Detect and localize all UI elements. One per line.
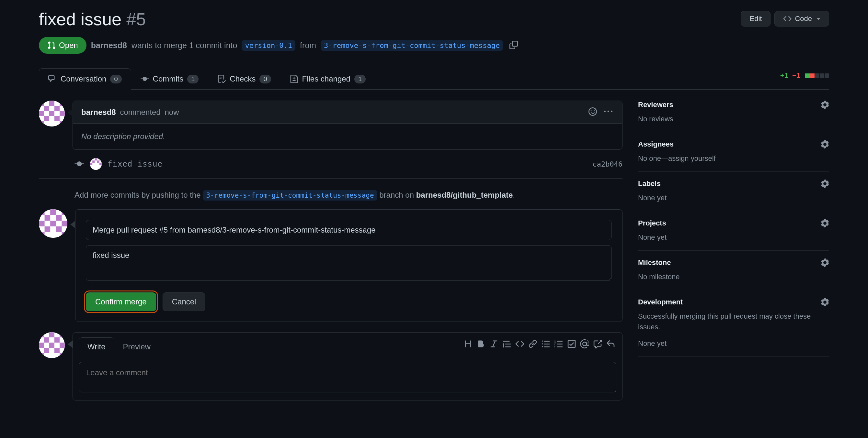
commit-message-link[interactable]: fixed issue	[107, 160, 163, 169]
tab-checks[interactable]: Checks 0	[208, 68, 280, 90]
tab-commits[interactable]: Commits 1	[131, 68, 208, 90]
svg-rect-30	[45, 227, 51, 232]
comment-discussion-icon	[48, 75, 57, 83]
svg-rect-40	[39, 343, 44, 348]
svg-rect-22	[39, 209, 45, 215]
tab-files-count: 1	[354, 75, 366, 83]
git-pull-request-icon	[47, 41, 56, 49]
avatar[interactable]	[39, 209, 67, 238]
merge-box: Confirm merge Cancel	[75, 209, 622, 322]
merge-body-textarea[interactable]	[86, 245, 612, 281]
gear-icon[interactable]	[821, 219, 829, 227]
comment-when-prefix: commented	[120, 108, 160, 116]
comment-author-link[interactable]: barnesd8	[81, 108, 116, 116]
svg-rect-38	[44, 337, 49, 343]
svg-rect-3	[49, 101, 54, 106]
git-commit-icon	[74, 159, 84, 169]
sidebar-projects-title: Projects	[638, 219, 666, 227]
bold-button[interactable]	[475, 338, 487, 351]
quote-button[interactable]	[501, 338, 513, 351]
tab-files[interactable]: Files changed 1	[280, 68, 375, 90]
new-comment-editor: Write Preview	[72, 332, 622, 401]
copy-icon	[509, 41, 518, 49]
push-hint-suffix: .	[513, 191, 515, 199]
pr-author-link[interactable]: barnesd8	[91, 41, 127, 50]
svg-rect-24	[50, 209, 56, 215]
tab-commits-count: 1	[187, 75, 198, 83]
gear-icon[interactable]	[821, 140, 829, 148]
cancel-button[interactable]: Cancel	[163, 293, 206, 311]
code-icon	[515, 339, 524, 348]
unordered-list-button[interactable]	[540, 338, 552, 351]
svg-rect-9	[44, 116, 49, 121]
svg-rect-12	[60, 121, 65, 127]
sidebar-reviewers-body: No reviews	[638, 113, 829, 124]
heading-button[interactable]	[462, 338, 474, 351]
gear-icon[interactable]	[821, 101, 829, 109]
sidebar-projects-body: None yet	[638, 232, 829, 243]
reply-button[interactable]	[605, 338, 616, 351]
avatar[interactable]	[39, 101, 65, 127]
svg-rect-27	[39, 221, 45, 227]
quote-icon	[502, 339, 512, 348]
heading-icon	[463, 339, 472, 348]
diffstat-block-add	[805, 73, 810, 78]
sidebar-labels-title: Labels	[638, 179, 661, 188]
copy-branch-button[interactable]	[507, 39, 520, 52]
svg-rect-6	[39, 111, 44, 116]
gear-icon[interactable]	[821, 298, 829, 306]
svg-rect-28	[62, 221, 67, 227]
svg-rect-1	[39, 101, 44, 106]
sidebar-labels-body: None yet	[638, 193, 829, 203]
tasklist-button[interactable]	[566, 338, 578, 351]
diffstat-block-neutral	[815, 73, 819, 78]
svg-rect-5	[54, 106, 60, 111]
cross-reference-button[interactable]	[592, 338, 603, 351]
base-branch-chip[interactable]: version-0.1	[242, 40, 296, 51]
diffstat-block-neutral	[825, 73, 829, 78]
avatar[interactable]	[39, 332, 65, 358]
code-button-toolbar[interactable]	[514, 338, 526, 351]
push-hint-repo: barnesd8/github_template	[416, 191, 513, 199]
sidebar-reviewers-title: Reviewers	[638, 101, 673, 109]
commit-sha-link[interactable]: ca2b046	[592, 160, 622, 168]
timeline-commit-item: fixed issue ca2b046	[74, 158, 622, 170]
pr-title: fixed issue #5	[39, 9, 146, 29]
file-diff-icon	[290, 75, 298, 83]
svg-rect-4	[44, 106, 49, 111]
chevron-down-icon	[816, 18, 820, 20]
meta-from-text: from	[300, 41, 316, 50]
diffstat-block-del	[810, 73, 814, 78]
code-button[interactable]: Code	[774, 11, 829, 27]
tab-checks-label: Checks	[229, 74, 255, 83]
avatar[interactable]	[90, 158, 102, 170]
pr-number: #5	[126, 9, 146, 29]
add-reaction-button[interactable]	[587, 106, 598, 118]
comment-timestamp[interactable]: now	[164, 108, 179, 116]
link-button[interactable]	[527, 338, 538, 351]
sidebar-development-title: Development	[638, 298, 683, 306]
comment-textarea[interactable]	[79, 362, 616, 393]
confirm-merge-button[interactable]: Confirm merge	[86, 293, 156, 311]
italic-button[interactable]	[488, 338, 500, 351]
gear-icon[interactable]	[821, 179, 829, 188]
diffstat-additions: +1	[780, 71, 788, 80]
svg-rect-41	[60, 343, 65, 348]
svg-rect-36	[60, 332, 65, 337]
preview-tab[interactable]: Preview	[114, 337, 159, 356]
merge-title-input[interactable]	[86, 220, 612, 240]
mention-icon	[580, 339, 589, 348]
write-tab[interactable]: Write	[79, 337, 114, 356]
assign-yourself-link[interactable]: assign yourself	[668, 154, 716, 162]
head-branch-chip[interactable]: 3-remove-s-from-git-commit-status-messag…	[321, 40, 503, 51]
ordered-list-button[interactable]	[553, 338, 564, 351]
svg-rect-2	[60, 101, 65, 106]
push-hint: Add more commits by pushing to the 3-rem…	[74, 191, 622, 200]
gear-icon[interactable]	[821, 259, 829, 267]
mention-button[interactable]	[579, 338, 590, 351]
edit-button[interactable]: Edit	[741, 11, 771, 27]
kebab-menu-button[interactable]	[603, 106, 614, 118]
tasklist-icon	[567, 339, 576, 348]
tab-conversation[interactable]: Conversation 0	[39, 68, 131, 90]
svg-rect-32	[39, 232, 45, 238]
